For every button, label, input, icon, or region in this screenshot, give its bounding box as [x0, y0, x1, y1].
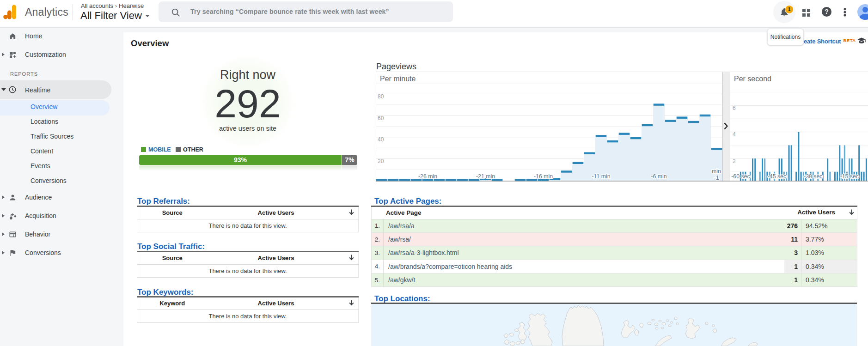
svg-text:-21 min: -21 min	[476, 173, 495, 180]
svg-text:-11 min: -11 min	[592, 173, 610, 180]
svg-text:-60 sec: -60 sec	[731, 173, 750, 180]
svg-text:min: min	[712, 168, 721, 175]
svg-text:60: 60	[378, 115, 384, 121]
svg-text:Per minute: Per minute	[380, 75, 416, 83]
svg-text:20: 20	[378, 158, 384, 164]
svg-text:-6 min: -6 min	[651, 173, 666, 180]
svg-text:40: 40	[378, 136, 384, 143]
svg-text:-1: -1	[714, 175, 719, 181]
svg-text:-26 min: -26 min	[418, 173, 437, 180]
svg-text:-15 sec: -15 sec	[840, 173, 859, 180]
svg-text:Per second: Per second	[734, 75, 771, 83]
svg-text:-16 min: -16 min	[534, 173, 553, 180]
svg-text:4: 4	[733, 131, 736, 138]
svg-text:6: 6	[733, 105, 736, 111]
svg-text:-45 sec: -45 sec	[768, 173, 786, 180]
svg-text:80: 80	[378, 93, 384, 100]
svg-text:-30 sec: -30 sec	[804, 173, 822, 180]
svg-text:2: 2	[733, 158, 736, 164]
